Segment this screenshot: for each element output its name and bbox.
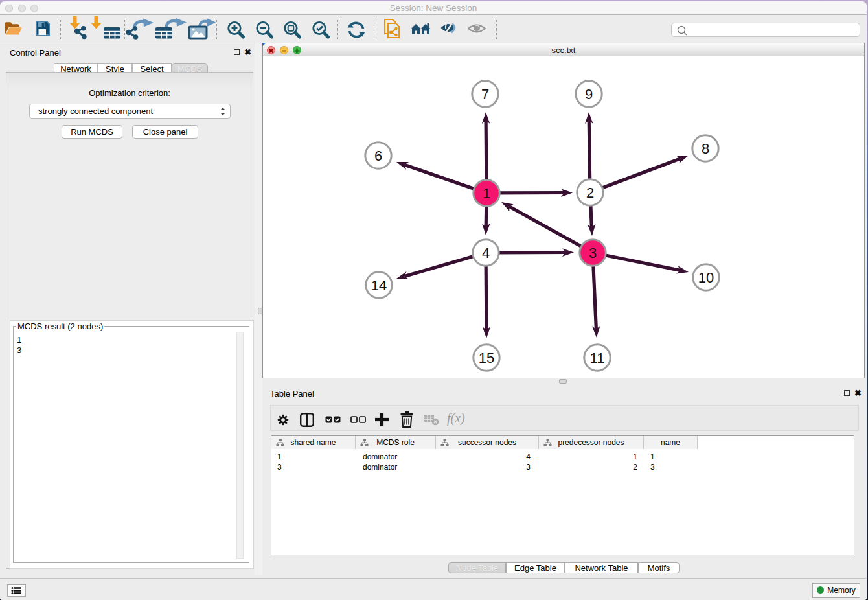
svg-text:11: 11 [590,350,605,366]
svg-text:10: 10 [698,270,714,286]
svg-text:9: 9 [585,86,593,102]
svg-text:15: 15 [479,350,494,366]
svg-text:3: 3 [589,245,597,261]
svg-text:2: 2 [586,185,594,201]
svg-text:4: 4 [482,245,490,261]
svg-text:7: 7 [481,86,489,102]
svg-text:1: 1 [483,185,490,202]
svg-text:8: 8 [702,141,709,157]
svg-text:6: 6 [374,148,382,164]
svg-text:14: 14 [371,277,387,294]
